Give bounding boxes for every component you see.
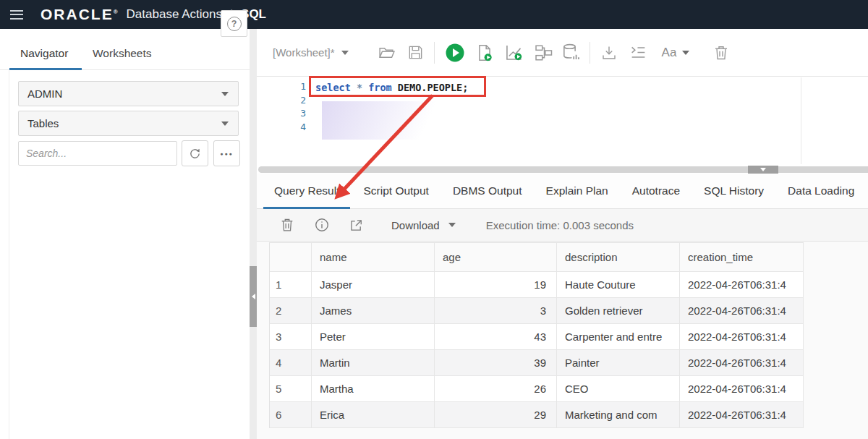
horizontal-splitter-handle[interactable]: [748, 166, 778, 174]
run-script-button[interactable]: [475, 43, 494, 62]
table-row[interactable]: 3 Peter 43 Carpenter and entre 2022-04-2…: [270, 324, 804, 350]
cell-creation-time[interactable]: 2022-04-26T06:31:4: [680, 324, 804, 350]
cell-description[interactable]: Golden retriever: [557, 298, 680, 324]
cell-description[interactable]: Haute Couture: [557, 272, 680, 298]
cell-description[interactable]: Marketing and com: [557, 402, 680, 428]
vertical-splitter[interactable]: [250, 29, 257, 439]
cell-description[interactable]: CEO: [557, 376, 680, 402]
column-header-creation-time[interactable]: creation_time: [680, 243, 804, 272]
cell-age[interactable]: 43: [435, 324, 557, 350]
results-section: Query Result Script Output DBMS Output E…: [257, 174, 868, 439]
cell-name[interactable]: Jasper: [312, 272, 435, 298]
table-row[interactable]: 2 James 3 Golden retriever 2022-04-26T06…: [270, 298, 804, 324]
row-number-cell: 1: [270, 272, 312, 298]
refresh-button[interactable]: [182, 140, 208, 166]
tab-sql-history[interactable]: SQL History: [693, 174, 775, 209]
cell-name[interactable]: Martha: [312, 376, 435, 402]
grid-corner-cell: [270, 243, 312, 272]
result-info-button[interactable]: [314, 217, 330, 233]
cell-age[interactable]: 39: [435, 350, 557, 376]
chevron-down-icon: [341, 51, 349, 55]
worksheet-title-dropdown[interactable]: [Worksheet]*: [273, 46, 349, 59]
tab-dbms-output[interactable]: DBMS Output: [442, 174, 533, 209]
download-editor-button[interactable]: [600, 44, 618, 61]
search-row: ●●●: [18, 140, 239, 166]
tab-navigator[interactable]: Navigator: [20, 40, 68, 69]
collapse-down-icon: [760, 168, 766, 171]
row-number-cell: 6: [270, 402, 312, 428]
table-row[interactable]: 4 Martin 39 Painter 2022-04-26T06:31:4: [270, 350, 804, 376]
cell-creation-time[interactable]: 2022-04-26T06:31:4: [680, 402, 804, 428]
sql-statement: select * from DEMO.PEOPLE;: [315, 82, 468, 93]
worksheet-title: [Worksheet]*: [273, 46, 335, 59]
open-result-new-window-button[interactable]: [349, 218, 364, 233]
chevron-down-icon: [682, 51, 689, 55]
cell-age[interactable]: 26: [435, 376, 557, 402]
clear-result-button[interactable]: [279, 217, 295, 233]
search-input[interactable]: [18, 141, 177, 166]
worksheet-toolbar: [Worksheet]*: [257, 29, 868, 77]
save-button[interactable]: [407, 44, 424, 61]
cell-age[interactable]: 29: [435, 402, 557, 428]
hamburger-menu-icon[interactable]: [10, 10, 23, 20]
run-icon: [445, 43, 465, 63]
format-button[interactable]: [629, 43, 647, 61]
line-number: 4: [286, 121, 306, 135]
collapse-left-icon: [252, 294, 255, 299]
cell-name[interactable]: Martin: [312, 350, 435, 376]
tab-worksheets[interactable]: Worksheets: [93, 40, 152, 69]
result-tab-bar: Query Result Script Output DBMS Output E…: [257, 174, 868, 209]
tab-autotrace[interactable]: Autotrace: [621, 174, 691, 209]
cell-description[interactable]: Carpenter and entre: [557, 324, 680, 350]
cell-name[interactable]: Erica: [312, 402, 435, 428]
save-icon: [407, 44, 424, 61]
toolbar-separator: [590, 42, 590, 64]
autotrace-button[interactable]: [534, 43, 553, 62]
table-row[interactable]: 5 Martha 26 CEO 2022-04-26T06:31:4: [270, 376, 804, 402]
explain-plan-icon: [504, 43, 524, 62]
help-button[interactable]: ?: [221, 10, 247, 37]
horizontal-splitter[interactable]: [258, 166, 868, 173]
cell-name[interactable]: James: [312, 298, 435, 324]
topbar: ORACLE® Database Actions | SQL: [0, 0, 868, 29]
row-number-cell: 5: [270, 376, 312, 402]
tab-explain-plan[interactable]: Explain Plan: [535, 174, 619, 209]
open-file-button[interactable]: [378, 43, 396, 61]
column-header-description[interactable]: description: [557, 243, 680, 272]
download-dropdown[interactable]: Download: [391, 219, 456, 231]
vertical-splitter-handle[interactable]: [250, 266, 257, 327]
hierarchy-icon: [534, 43, 553, 62]
tab-query-result[interactable]: Query Result: [263, 174, 350, 209]
table-row[interactable]: 1 Jasper 19 Haute Couture 2022-04-26T06:…: [270, 272, 804, 298]
sql-keyword: from: [368, 82, 392, 93]
more-actions-button[interactable]: ●●●: [213, 140, 240, 166]
trash-icon: [712, 44, 730, 61]
line-number: 3: [286, 107, 306, 121]
tab-data-loading[interactable]: Data Loading: [777, 174, 865, 209]
cell-name[interactable]: Peter: [312, 324, 435, 350]
schema-select-value: ADMIN: [27, 88, 62, 100]
schema-select[interactable]: ADMIN: [18, 81, 239, 106]
cell-description[interactable]: Painter: [557, 350, 680, 376]
sql-operator: *: [351, 82, 368, 93]
cell-age[interactable]: 19: [435, 272, 557, 298]
cell-creation-time[interactable]: 2022-04-26T06:31:4: [680, 350, 804, 376]
table-row[interactable]: 6 Erica 29 Marketing and com 2022-04-26T…: [270, 402, 804, 428]
grid-header-row: name age description creation_time: [270, 243, 804, 272]
text-size-dropdown[interactable]: Aa: [662, 46, 690, 60]
clear-worksheet-button[interactable]: [712, 44, 730, 61]
column-header-name[interactable]: name: [312, 243, 435, 272]
cell-creation-time[interactable]: 2022-04-26T06:31:4: [680, 376, 804, 402]
cell-creation-time[interactable]: 2022-04-26T06:31:4: [680, 272, 804, 298]
object-type-select[interactable]: Tables: [18, 111, 239, 136]
editor-selection-highlight: [322, 101, 448, 140]
run-statement-button[interactable]: [445, 43, 465, 63]
cell-age[interactable]: 3: [435, 298, 557, 324]
cell-creation-time[interactable]: 2022-04-26T06:31:4: [680, 298, 804, 324]
column-header-age[interactable]: age: [435, 243, 557, 272]
explain-plan-button[interactable]: [504, 43, 524, 62]
tab-script-output[interactable]: Script Output: [352, 174, 439, 209]
line-number: 2: [286, 94, 306, 108]
serveroutput-button[interactable]: [561, 43, 581, 62]
execution-time-text: Execution time: 0.003 seconds: [486, 219, 634, 231]
